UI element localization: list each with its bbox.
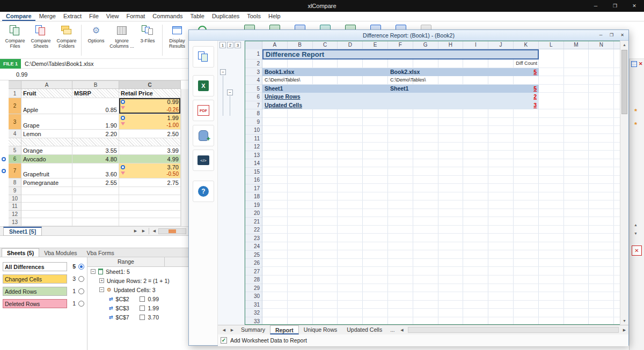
cell[interactable]: 2.50 <box>119 130 181 138</box>
export-excel-button[interactable]: X <box>193 75 214 96</box>
report-row-number[interactable]: 28 <box>245 275 262 284</box>
report-row-number[interactable]: 1 <box>245 49 262 59</box>
cell[interactable] <box>72 203 119 211</box>
row-number[interactable]: 10 <box>9 195 21 203</box>
report-row-number[interactable]: 9 <box>245 118 262 126</box>
cell[interactable] <box>72 195 119 203</box>
report-row-number[interactable]: 17 <box>245 184 262 193</box>
sheet2-name[interactable]: Sheet1 <box>390 85 408 93</box>
report-row-number[interactable]: 11 <box>245 135 262 143</box>
report-row-number[interactable]: 7 <box>245 101 262 110</box>
cell[interactable] <box>72 187 119 195</box>
report-row-number[interactable]: 8 <box>245 109 262 118</box>
sheet-tab[interactable]: Sheet1 [5] <box>3 227 42 236</box>
report-row-number[interactable]: 3 <box>245 68 262 77</box>
row-number[interactable]: 3 <box>9 114 21 130</box>
report-row-number[interactable]: 25 <box>245 251 262 259</box>
cell[interactable]: Pomegranate <box>21 178 72 187</box>
close-icon[interactable]: ✕ <box>639 61 643 66</box>
accept-row-icon[interactable] <box>2 169 6 173</box>
menu-help[interactable]: Help <box>265 12 284 21</box>
row-number[interactable]: 1 <box>9 89 21 98</box>
report-col-header[interactable]: J <box>488 41 514 49</box>
report-row-number[interactable]: 29 <box>245 284 262 293</box>
cell[interactable] <box>72 211 119 219</box>
three-files-button[interactable]: 3-Files <box>135 24 160 43</box>
updated-cells-count[interactable]: 3 <box>533 101 537 110</box>
cell[interactable]: Lemon <box>21 130 72 138</box>
row-number[interactable]: 7 <box>9 163 21 178</box>
report-updated-cells-row[interactable]: Updated Cells 3 <box>262 101 539 110</box>
report-col-header[interactable]: D <box>338 41 363 49</box>
cell[interactable] <box>21 195 72 203</box>
reject-change-icon[interactable] <box>121 106 125 109</box>
updated-cells-link[interactable]: Updated Cells <box>265 101 302 110</box>
cell[interactable]: 4.99 <box>119 155 181 163</box>
report-books-row[interactable]: Book1.xlsx Book2.xlsx 5 <box>262 68 539 77</box>
cell[interactable]: 3.60 <box>72 163 119 178</box>
row-number[interactable]: 13 <box>9 218 21 226</box>
cell[interactable] <box>21 187 72 195</box>
cell[interactable] <box>21 211 72 219</box>
report-col-header[interactable]: G <box>413 41 438 49</box>
grid-corner[interactable] <box>9 80 21 89</box>
cell[interactable] <box>119 138 181 146</box>
tab-summary[interactable]: Summary <box>236 325 270 334</box>
report-row-number[interactable]: 33 <box>245 317 262 325</box>
formula-bar[interactable]: 0.99 <box>0 69 188 80</box>
unique-rows-count[interactable]: 2 <box>533 93 537 101</box>
cell[interactable]: Retail Price <box>119 89 181 98</box>
scrollbar-thumb[interactable] <box>621 50 627 114</box>
cell-checkbox[interactable] <box>140 296 145 302</box>
tab-vba-modules[interactable]: Vba Modules <box>39 249 82 257</box>
cell-checkbox[interactable] <box>140 306 145 311</box>
grid-icon[interactable] <box>631 61 637 67</box>
tabs-scroll-right-icon[interactable]: ▶ <box>228 326 236 334</box>
collapse-icon[interactable]: − <box>91 269 96 274</box>
menu-commands[interactable]: Commands <box>149 12 186 21</box>
report-row-number[interactable]: 12 <box>245 143 262 151</box>
radio-all-differences[interactable] <box>78 264 84 270</box>
tree-node-sheet[interactable]: − Sheet1: 5 <box>87 267 188 276</box>
report-row-number[interactable]: 30 <box>245 292 262 301</box>
tree-node-updated-cells[interactable]: − ⚙ Updated Cells: 3 <box>87 285 188 294</box>
report-row-number[interactable]: 5 <box>245 85 262 93</box>
close-icon[interactable]: ✕ <box>618 31 627 39</box>
tab-vba-forms[interactable]: Vba Forms <box>82 249 119 257</box>
filter-changed-cells[interactable]: Changed Cells 3 <box>3 274 85 284</box>
row-number[interactable]: 2 <box>9 98 21 114</box>
radio-changed-cells[interactable] <box>78 276 84 282</box>
cell[interactable] <box>119 195 181 203</box>
scrollbar-thumb[interactable] <box>169 229 176 233</box>
report-col-header[interactable]: L <box>539 41 564 49</box>
compare-sheets-button[interactable]: Compare Sheets <box>28 24 54 49</box>
tab-updated-cells[interactable]: Updated Cells <box>342 325 387 334</box>
tabs-scroll-left-icon[interactable]: ◀ <box>220 326 228 334</box>
row-number[interactable]: 11 <box>9 203 21 211</box>
report-heading-cell[interactable]: Difference Report <box>262 49 539 59</box>
tree-leaf-cell[interactable]: ⇄ $C$2 0.99 <box>87 294 188 303</box>
cell[interactable]: 3.55 <box>72 146 119 155</box>
menu-extract[interactable]: Extract <box>60 12 85 21</box>
row-number[interactable]: 12 <box>9 211 21 219</box>
report-row-number[interactable]: 10 <box>245 126 262 135</box>
accept-change-icon[interactable] <box>121 100 125 104</box>
report-row-number[interactable]: 14 <box>245 159 262 168</box>
cell[interactable]: 1.90 <box>72 114 119 130</box>
sheet-last-icon[interactable]: ▶ <box>140 227 148 235</box>
report-row-number[interactable]: 2 <box>245 59 262 68</box>
cell[interactable] <box>119 187 181 195</box>
unique-rows-link[interactable]: Unique Rows <box>265 93 301 101</box>
menu-format[interactable]: Format <box>123 12 149 21</box>
report-titlebar[interactable]: Difference Report: (Book1) - (Book2) ─ ❐… <box>189 30 628 41</box>
horizontal-scrollbar[interactable] <box>158 228 186 234</box>
minimize-icon[interactable]: ─ <box>586 0 605 12</box>
tree-leaf-cell[interactable]: ⇄ $C$3 1.99 <box>87 303 188 312</box>
cell[interactable] <box>72 138 119 146</box>
hscroll-right-icon[interactable]: ▶ <box>620 326 628 334</box>
book2-name[interactable]: Book2.xlsx <box>390 68 420 77</box>
tab-unique-rows[interactable]: Unique Rows <box>299 325 342 334</box>
compare-folders-button[interactable]: Compare Folders <box>54 24 79 49</box>
copy-button[interactable] <box>193 46 214 68</box>
row-number[interactable]: 6 <box>9 155 21 163</box>
